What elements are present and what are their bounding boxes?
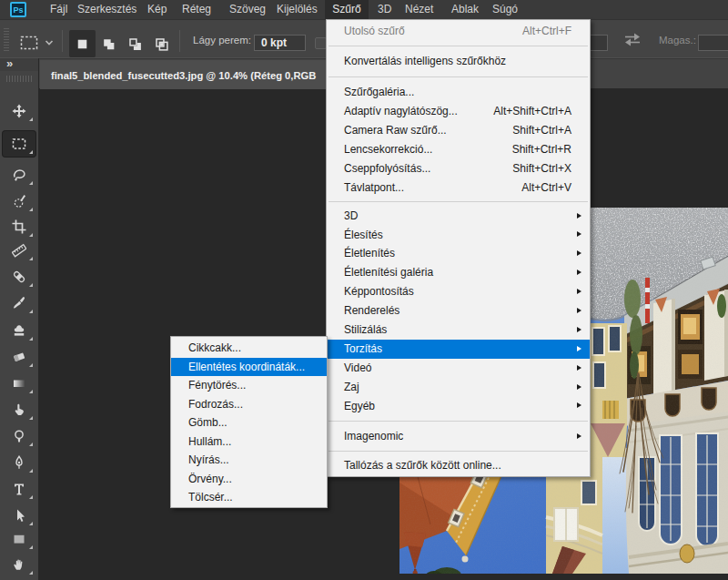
feather-input[interactable]: 0 kpt [254, 35, 306, 51]
filter-menu-item-tall-z-s-a-sz-r-k-k-z-tt-online[interactable]: Tallózás a szűrők között online... [327, 456, 590, 475]
filter-menu-item-stiliz-l-s[interactable]: Stilizálás [327, 321, 590, 340]
add-to-selection-button[interactable] [96, 30, 122, 57]
distort-submenu-item-g-mb[interactable]: Gömb... [171, 413, 327, 432]
menubar-item-szveg[interactable]: Szöveg [229, 0, 266, 19]
options-bar-grip[interactable] [4, 28, 9, 52]
filter-menu-item-letlen-t-si-gal-ria[interactable]: Életlenítési galéria [327, 263, 590, 282]
dodge-tool-icon [12, 429, 26, 443]
subtract-from-selection-icon [127, 36, 143, 52]
filter-menu-item-camera-raw-sz-r[interactable]: Camera Raw szűrő...Shift+Ctrl+A [327, 121, 590, 140]
menu-item-label: Szűrőgaléria... [344, 83, 414, 102]
distort-submenu-item-fodroz-s[interactable]: Fodrozás... [171, 395, 327, 414]
filter-menu-item-t-vlatpont[interactable]: Távlatpont...Alt+Ctrl+V [327, 178, 590, 198]
distort-submenu-item-ellent-tes-koordin-t-k[interactable]: Ellentétes koordináták... [171, 358, 327, 377]
tool-panel-grip[interactable] [6, 76, 32, 82]
clone-stamp-tool[interactable] [3, 318, 35, 343]
menu-item-label: Életlenítési galéria [344, 263, 433, 282]
menu-item-label: Konvertálás intelligens szűrőkhöz [344, 52, 506, 71]
tool-preset-dropdown[interactable] [20, 33, 56, 53]
eraser-tool[interactable] [3, 344, 35, 370]
height-label: Magas.: [659, 20, 696, 59]
filter-menu-separator [329, 451, 588, 452]
submenu-arrow-icon [577, 250, 581, 256]
dodge-tool[interactable] [3, 423, 35, 449]
filter-menu-item-renderel-s[interactable]: Renderelés [327, 301, 590, 321]
submenu-arrow-icon [577, 327, 581, 332]
double-chevron-icon[interactable]: » [0, 58, 38, 71]
filter-menu-item-sz-r-gal-ria[interactable]: Szűrőgaléria... [327, 83, 590, 102]
filter-menu-item-letlen-t-s[interactable]: Életlenítés [327, 244, 590, 263]
quick-selection-tool[interactable] [3, 188, 35, 214]
distort-submenu-item-f-nyt-r-s[interactable]: Fénytörés... [171, 376, 327, 395]
distort-submenu-item-rv-ny[interactable]: Örvény... [171, 470, 327, 489]
intersect-selection-button[interactable] [148, 30, 175, 57]
type-tool[interactable] [3, 476, 35, 502]
rectangle-tool-icon [12, 532, 26, 546]
hand-tool[interactable] [3, 552, 35, 577]
rectangle-tool[interactable] [3, 526, 35, 552]
menu-item-label: Tölcsér... [188, 488, 233, 507]
gradient-tool[interactable] [3, 371, 35, 396]
filter-menu-item-cseppfoly-s-t-s[interactable]: Cseppfolyósítás...Shift+Ctrl+X [327, 159, 590, 178]
filter-menu-item-egy-b[interactable]: Egyéb [327, 397, 590, 416]
menu-item-label: Hullám... [188, 432, 231, 452]
document-tab[interactable]: final5_blended_fusecutted3.jpg @ 10.4% (… [40, 60, 360, 89]
distort-submenu-item-hull-m[interactable]: Hullám... [171, 432, 327, 452]
menubar-item-fjl[interactable]: Fájl [50, 0, 67, 19]
filter-menu-item-utols-sz-r[interactable]: Utolsó szűrőAlt+Ctrl+F [327, 22, 590, 41]
tool-flyout-indicator [29, 310, 33, 313]
menubar-item-ablak[interactable]: Ablak [451, 0, 479, 19]
menu-item-label: Imagenomic [344, 427, 403, 446]
filter-menu-item-adapt-v-nagyl-t-sz-g[interactable]: Adaptív nagylátószög...Alt+Shift+Ctrl+A [327, 102, 590, 121]
menubar-item-szerkeszts[interactable]: Szerkesztés [77, 0, 136, 19]
distort-submenu-item-t-lcs-r[interactable]: Tölcsér... [171, 488, 327, 507]
filter-menu-item-torz-t-s[interactable]: Torzítás [327, 340, 590, 359]
lasso-tool[interactable] [3, 162, 35, 188]
smudge-tool-icon [12, 402, 26, 417]
filter-menu-item-vide[interactable]: Videó [327, 359, 590, 378]
rectangular-marquee-icon [20, 36, 38, 50]
height-input[interactable] [698, 35, 728, 51]
menu-item-label: Gömb... [188, 413, 228, 432]
new-selection-button[interactable] [69, 30, 96, 57]
swap-width-height-icon[interactable] [623, 32, 642, 51]
menu-item-label: Tallózás a szűrők között online... [344, 456, 501, 475]
menu-item-label: Cseppfolyósítás... [344, 159, 430, 178]
filter-menu-item-3d[interactable]: 3D [327, 207, 590, 226]
menubar-item-kijells[interactable]: Kijelölés [277, 0, 318, 19]
menu-bar: Ps FájlSzerkesztésKépRétegSzövegKijelölé… [0, 0, 728, 19]
menubar-item-rteg[interactable]: Réteg [182, 0, 211, 19]
menubar-item-sg[interactable]: Súgó [492, 0, 518, 19]
menubar-item-szr[interactable]: Szűrő [325, 0, 369, 19]
filter-menu-separator [329, 201, 588, 202]
filter-menu-item-lencsekorrekci[interactable]: Lencsekorrekció...Shift+Ctrl+R [327, 140, 590, 159]
path-selection-tool[interactable] [3, 503, 35, 528]
tool-flyout-indicator [29, 233, 33, 237]
filter-menu-item-konvert-l-s-intelligens-sz-r-kh-z[interactable]: Konvertálás intelligens szűrőkhöz [327, 52, 590, 71]
menubar-item-3d[interactable]: 3D [378, 0, 391, 19]
tool-flyout-indicator [29, 337, 33, 341]
filter-menu-separator [329, 421, 588, 422]
rectangular-marquee-tool[interactable] [3, 131, 35, 157]
crop-tool[interactable] [3, 214, 35, 239]
menu-item-label: Életlenítés [344, 244, 395, 263]
smudge-tool[interactable] [3, 397, 35, 422]
ruler-tool[interactable] [3, 238, 35, 263]
menubar-item-nzet[interactable]: Nézet [405, 0, 433, 19]
spot-healing-brush-tool[interactable] [3, 264, 35, 290]
brush-tool[interactable] [3, 290, 35, 316]
filter-menu-item-les-t-s[interactable]: Élesítés [327, 226, 590, 245]
filter-menu-item-imagenomic[interactable]: Imagenomic [327, 427, 590, 446]
distort-submenu-item-cikkcakk[interactable]: Cikkcakk... [171, 339, 327, 358]
move-tool[interactable] [3, 98, 35, 124]
photoshop-logo[interactable]: Ps [10, 2, 26, 17]
filter-menu-item-k-ppontos-t-s[interactable]: Képpontosítás [327, 282, 590, 301]
pen-tool[interactable] [3, 450, 35, 475]
subtract-from-selection-button[interactable] [122, 30, 148, 57]
menu-item-label: Távlatpont... [344, 178, 404, 198]
menubar-item-kp[interactable]: Kép [147, 0, 167, 19]
filter-menu-item-zaj[interactable]: Zaj [327, 378, 590, 397]
menu-item-label: Képpontosítás [344, 282, 414, 301]
menu-item-label: Ellentétes koordináták... [188, 358, 305, 377]
distort-submenu-item-ny-r-s[interactable]: Nyírás... [171, 451, 327, 470]
